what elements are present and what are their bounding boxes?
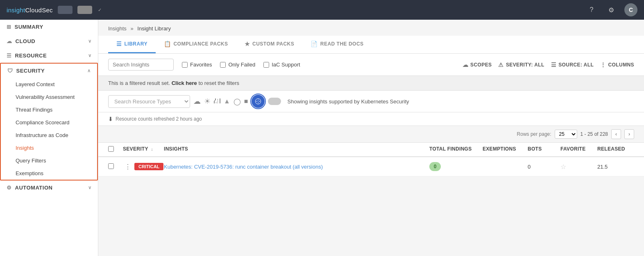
bots-col-header: Bots (528, 146, 560, 153)
docs-tab-icon: 📄 (311, 41, 318, 47)
main-content: Insights » Insight Library ☰ LIBRARY 📋 C… (98, 20, 644, 256)
breadcrumb-parent: Insights (108, 25, 127, 32)
refresh-text: Resource counts refreshed 2 hours ago (116, 116, 202, 122)
row-checkbox[interactable] (108, 163, 114, 169)
breadcrumb-separator: » (130, 25, 133, 32)
only-failed-checkbox[interactable] (220, 62, 226, 68)
nav-pill-2[interactable] (77, 6, 92, 14)
sidebar-item-layered-context[interactable]: Layered Context (1, 78, 97, 91)
kubernetes-icon-wrapper[interactable] (252, 95, 265, 108)
generic-cloud-icon[interactable] (268, 98, 281, 105)
download-icon: ⬇ (108, 116, 113, 122)
showing-text: Showing insights supported by Kubernetes… (288, 98, 409, 105)
sidebar-item-security[interactable]: 🛡 SECURITY ∧ (1, 64, 97, 78)
automation-icon: ⚙ (7, 185, 12, 191)
gcp-icon[interactable]: ▲ (224, 98, 230, 105)
sidebar-item-iac[interactable]: Infrastructure as Code (1, 129, 97, 142)
prev-page-button[interactable]: ‹ (611, 129, 621, 139)
select-all-col (108, 146, 123, 153)
severity-cell: ⋮ Critical (123, 163, 164, 171)
azure-icon[interactable]: ☀ (204, 97, 211, 106)
sidebar: ⊞ SUMMARY ☁ CLOUD ∨ ☰ RESOURCE ∨ 🛡 (0, 20, 98, 256)
tab-read-docs[interactable]: 📄 READ THE DOCS (302, 36, 372, 53)
grid-icon: ⊞ (7, 24, 11, 30)
sidebar-item-vulnerability[interactable]: Vulnerability Assessment (1, 91, 97, 103)
compliance-tab-icon: 📋 (164, 41, 171, 47)
columns-icon: ⋮ (600, 62, 606, 68)
shield-icon: 🛡 (7, 68, 13, 74)
sidebar-item-resource[interactable]: ☰ RESOURCE ∨ (0, 48, 98, 63)
row-checkbox-cell[interactable] (108, 163, 123, 170)
select-all-checkbox[interactable] (108, 146, 114, 152)
tab-compliance-packs[interactable]: 📋 COMPLIANCE PACKS (156, 36, 236, 53)
findings-cell: 0 (429, 162, 483, 171)
help-button[interactable]: ? (585, 3, 598, 16)
severity-filter-button[interactable]: ⚠ SEVERITY: ALL (498, 62, 544, 68)
sidebar-item-query-filters[interactable]: Query Filters (1, 154, 97, 167)
resource-icon: ☰ (7, 53, 12, 59)
scopes-icon: ☁ (463, 62, 468, 68)
vmware-icon[interactable]: ■ (244, 98, 248, 105)
filters-right: ☁ SCOPES ⚠ SEVERITY: ALL ☰ SOURCE: ALL ⋮… (463, 62, 634, 68)
sidebar-cloud-label: CLOUD (16, 38, 36, 44)
sidebar-resource-label: RESOURCE (15, 53, 47, 59)
top-navigation: insightCloudSec ✓ ? ⚙ C (0, 0, 644, 20)
aws-icon[interactable]: ☁ (193, 97, 201, 106)
cloud-nav-icon: ☁ (7, 38, 12, 44)
insights-col-header: Insights (164, 146, 429, 153)
severity-col-header[interactable]: Severity ↓ (123, 146, 164, 153)
settings-button[interactable]: ⚙ (605, 3, 618, 16)
sidebar-item-threat[interactable]: Threat Findings (1, 103, 97, 116)
reset-filters-link[interactable]: Click here (172, 80, 197, 86)
favorite-cell[interactable]: ☆ (560, 163, 597, 171)
nav-chevron: ✓ (98, 7, 102, 13)
findings-badge: 0 (429, 162, 441, 171)
rows-per-page-select[interactable]: 25 50 100 (555, 130, 577, 139)
automation-chevron-icon: ∨ (88, 185, 92, 190)
user-avatar[interactable]: C (624, 3, 637, 16)
source-icon: ☰ (551, 62, 556, 68)
iac-checkbox[interactable] (263, 62, 269, 68)
breadcrumb-current: Insight Library (137, 25, 171, 32)
sidebar-item-compliance-scorecard[interactable]: Compliance Scorecard (1, 116, 97, 129)
oracle-icon[interactable]: ◯ (234, 98, 241, 105)
only-failed-filter[interactable]: Only Failed (220, 62, 255, 68)
sidebar-item-summary[interactable]: ⊞ SUMMARY (0, 20, 98, 34)
exemptions-col-header: Exemptions (483, 146, 528, 153)
search-insights-input[interactable] (108, 59, 174, 71)
nav-pill-1[interactable] (58, 6, 73, 14)
resource-types-select[interactable]: Search Resource Types (108, 95, 190, 108)
breadcrumb: Insights » Insight Library (98, 20, 644, 36)
cloud-chevron-icon: ∨ (88, 39, 92, 44)
favorites-filter[interactable]: Favorites (182, 62, 212, 68)
columns-filter-button[interactable]: ⋮ COLUMNS (600, 62, 634, 68)
bots-cell: 0 (528, 164, 560, 170)
scopes-filter-button[interactable]: ☁ SCOPES (463, 62, 492, 68)
severity-sort-icon: ↓ (151, 146, 153, 151)
pagination-row: Rows per page: 25 50 100 1 - 25 of 228 ‹… (98, 126, 644, 143)
sidebar-item-cloud[interactable]: ☁ CLOUD ∨ (0, 34, 98, 48)
custom-tab-icon: ★ (245, 41, 250, 47)
insight-link[interactable]: Kubernetes: CVE-2019-5736: runc containe… (164, 164, 323, 170)
favorites-checkbox[interactable] (182, 62, 188, 68)
tab-custom-packs[interactable]: ★ CUSTOM PACKS (236, 36, 303, 53)
refresh-row: ⬇ Resource counts refreshed 2 hours ago (98, 112, 644, 126)
sidebar-security-label: SECURITY (16, 68, 45, 74)
kubernetes-ring (250, 94, 266, 109)
sidebar-item-automation[interactable]: ⚙ AUTOMATION ∨ (0, 181, 98, 195)
sidebar-item-exemptions[interactable]: Exemptions (1, 167, 97, 180)
row-menu-icon[interactable]: ⋮ (123, 163, 133, 171)
library-tab-icon: ☰ (116, 41, 122, 47)
aws-gov-icon[interactable]: ⛜ (214, 98, 220, 105)
released-col-header: Released (597, 146, 634, 153)
rows-per-page-label: Rows per page: (517, 131, 551, 137)
next-page-button[interactable]: › (624, 129, 634, 139)
tabs-bar: ☰ LIBRARY 📋 COMPLIANCE PACKS ★ CUSTOM PA… (98, 36, 644, 54)
favorite-star-icon[interactable]: ☆ (560, 163, 566, 170)
resource-types-bar: Search Resource Types ☁ ☀ ⛜ ▲ ◯ ■ (98, 91, 644, 112)
source-filter-button[interactable]: ☰ SOURCE: ALL (551, 62, 594, 68)
tab-library[interactable]: ☰ LIBRARY (108, 36, 156, 53)
sidebar-item-insights[interactable]: Insights ➤ (1, 142, 97, 154)
insight-name-cell: Kubernetes: CVE-2019-5736: runc containe… (164, 164, 429, 170)
iac-filter[interactable]: IaC Support (263, 62, 300, 68)
